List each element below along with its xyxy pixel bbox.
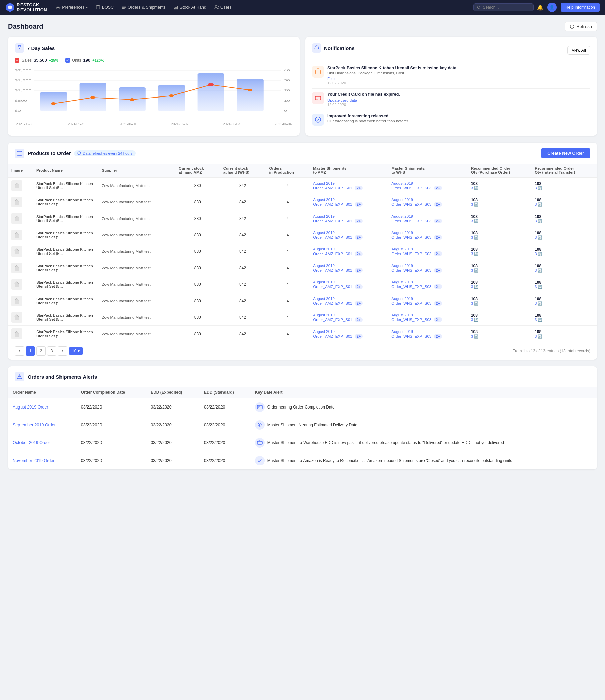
orders-prod-cell: 4	[266, 276, 310, 293]
next-page-button[interactable]: ›	[58, 346, 67, 356]
ship-whs-link[interactable]: August 2019Order_WHS_EXP_S03	[391, 297, 431, 305]
per-page-selector[interactable]: 10 ▾	[69, 347, 83, 355]
alert-key-date: Master Shipment to Warehouse EDD is now …	[250, 434, 597, 452]
ship-amz-cell: August 2019Order_AMZ_EXP_S01 2+	[309, 227, 388, 244]
ship-whs-link[interactable]: August 2019Order_WHS_EXP_S03	[391, 264, 431, 272]
ship-whs-link[interactable]: August 2019Order_WHS_EXP_S03	[391, 231, 431, 240]
ship-amz-link[interactable]: August 2019Order_AMZ_EXP_S01	[313, 247, 352, 256]
ship-whs-badge: 2+	[434, 219, 442, 223]
search-input[interactable]	[483, 5, 530, 10]
prev-page-button[interactable]: ‹	[15, 346, 24, 356]
col-edd-std: EDD (Standard)	[199, 386, 250, 398]
alert-type-icon	[255, 456, 264, 465]
rec-po-qty: 108	[471, 329, 528, 334]
ship-whs-link[interactable]: August 2019Order_WHS_EXP_S03	[391, 198, 431, 206]
table-row: StarPack Basics Silicone Kitchen Utensil…	[8, 293, 597, 309]
ship-whs-cell: August 2019Order_WHS_EXP_S03 2+	[388, 326, 468, 342]
whs-stock-cell: 842	[220, 210, 266, 227]
ship-amz-cell: August 2019Order_AMZ_EXP_S01 2+	[309, 194, 388, 210]
whs-stock-cell: 842	[220, 293, 266, 309]
rec-it-sub: 3 🔄	[535, 268, 594, 273]
table-row: StarPack Basics Silicone Kitchen Utensil…	[8, 227, 597, 244]
table-row: StarPack Basics Silicone Kitchen Utensil…	[8, 244, 597, 260]
rec-it-cell: 108 3 🔄	[531, 194, 597, 210]
rec-it-qty: 108	[535, 264, 594, 268]
notifications-bell[interactable]: 🔔	[535, 2, 546, 13]
ship-whs-link[interactable]: August 2019Order_WHS_EXP_S03	[391, 280, 431, 289]
rec-po-cell: 108 3 🔄	[468, 210, 531, 227]
logo[interactable]: RESTOCKREVOLUTION	[5, 2, 47, 12]
ship-amz-link[interactable]: August 2019Order_AMZ_EXP_S01	[313, 264, 352, 272]
nav-users[interactable]: Users	[211, 3, 235, 12]
notif-card-link[interactable]: Update card data	[327, 98, 357, 102]
whs-stock-cell: 842	[220, 326, 266, 342]
page-1-button[interactable]: 1	[26, 346, 35, 356]
alert-completion-date: 03/22/2020	[76, 434, 146, 452]
sales-card: 7 Day Sales Sales $5,500 +25% Units 190	[8, 36, 300, 136]
col-whs-stock: Current stockat hand (WHS)	[220, 164, 266, 177]
notif-fix-link[interactable]: Fix it	[327, 77, 335, 81]
ship-whs-link[interactable]: August 2019Order_WHS_EXP_S03	[391, 313, 431, 322]
table-row: StarPack Basics Silicone Kitchen Utensil…	[8, 326, 597, 342]
help-button[interactable]: Help Information	[561, 3, 600, 12]
products-table-card: Products to Order i Data refreshes every…	[8, 143, 597, 360]
logo-icon	[5, 3, 15, 12]
svg-rect-5	[177, 6, 178, 10]
product-thumbnail	[11, 312, 22, 323]
col-orders-prod: Ordersin Production	[266, 164, 310, 177]
nav-bosc[interactable]: BOSC	[93, 3, 117, 12]
svg-point-34	[130, 98, 134, 101]
ship-whs-link[interactable]: August 2019Order_WHS_EXP_S03	[391, 329, 431, 338]
supplier-cell: Zow Manufacturing Matt test	[99, 309, 175, 326]
product-thumbnail	[11, 180, 22, 191]
page-2-button[interactable]: 2	[36, 346, 46, 356]
product-image-cell	[8, 210, 33, 227]
nav-orders[interactable]: Orders & Shipments	[118, 3, 169, 12]
ship-amz-link[interactable]: August 2019Order_AMZ_EXP_S01	[313, 329, 352, 338]
rec-po-qty: 108	[471, 280, 528, 285]
nav-preferences[interactable]: Preferences ▾	[52, 3, 91, 12]
page-3-button[interactable]: 3	[47, 346, 56, 356]
alert-text: Master Shipment Nearing Estimated Delive…	[267, 423, 357, 427]
amz-stock-cell: 830	[175, 276, 220, 293]
product-image-cell	[8, 177, 33, 194]
ship-whs-link[interactable]: August 2019Order_WHS_EXP_S03	[391, 181, 431, 190]
alert-order-link[interactable]: October 2019 Order	[13, 441, 50, 445]
product-image-cell	[8, 227, 33, 244]
notif-text-3: Improved forecasting released Our foreca…	[327, 114, 590, 126]
user-avatar[interactable]: 👤	[547, 3, 557, 12]
ship-whs-link[interactable]: August 2019Order_WHS_EXP_S03	[391, 214, 431, 223]
nav-stock[interactable]: Stock At Hand	[170, 3, 210, 12]
ship-whs-link[interactable]: August 2019Order_WHS_EXP_S03	[391, 247, 431, 256]
rec-po-qty: 108	[471, 214, 528, 219]
ship-amz-link[interactable]: August 2019Order_AMZ_EXP_S01	[313, 214, 352, 223]
view-all-button[interactable]: View All	[568, 46, 590, 55]
rec-it-sub: 3 🔄	[535, 202, 594, 207]
ship-amz-link[interactable]: August 2019Order_AMZ_EXP_S01	[313, 198, 352, 206]
rec-po-sub: 3 🔄	[471, 334, 528, 339]
ship-amz-link[interactable]: August 2019Order_AMZ_EXP_S01	[313, 280, 352, 289]
chart-x-labels: 2021-05-30 2021-05-31 2021-06-01 2021-06…	[15, 122, 293, 126]
ship-amz-link[interactable]: August 2019Order_AMZ_EXP_S01	[313, 313, 352, 322]
product-thumbnail	[11, 213, 22, 224]
ship-amz-link[interactable]: August 2019Order_AMZ_EXP_S01	[313, 181, 352, 190]
rec-po-sub: 3 🔄	[471, 235, 528, 240]
alert-order-link[interactable]: November 2019 Order	[13, 458, 54, 463]
amz-stock-cell: 830	[175, 177, 220, 194]
ship-amz-link[interactable]: August 2019Order_AMZ_EXP_S01	[313, 297, 352, 305]
ship-amz-link[interactable]: August 2019Order_AMZ_EXP_S01	[313, 231, 352, 240]
rec-it-cell: 108 3 🔄	[531, 244, 597, 260]
refresh-button[interactable]: Refresh	[565, 22, 597, 31]
create-order-button[interactable]: Create New Order	[541, 148, 590, 158]
svg-text:20: 20	[284, 89, 290, 92]
rec-it-cell: 108 3 🔄	[531, 227, 597, 244]
alert-order-link[interactable]: August 2019 Order	[13, 405, 48, 409]
whs-stock-cell: 842	[220, 177, 266, 194]
col-completion-date: Order Completion Date	[76, 386, 146, 398]
notif-icon-forecast	[312, 114, 324, 126]
search-box[interactable]	[473, 3, 534, 11]
ship-amz-badge: 2+	[355, 202, 363, 207]
ship-whs-badge: 2+	[434, 317, 442, 322]
svg-rect-30	[198, 73, 224, 111]
alert-order-link[interactable]: September 2019 Order	[13, 423, 56, 427]
